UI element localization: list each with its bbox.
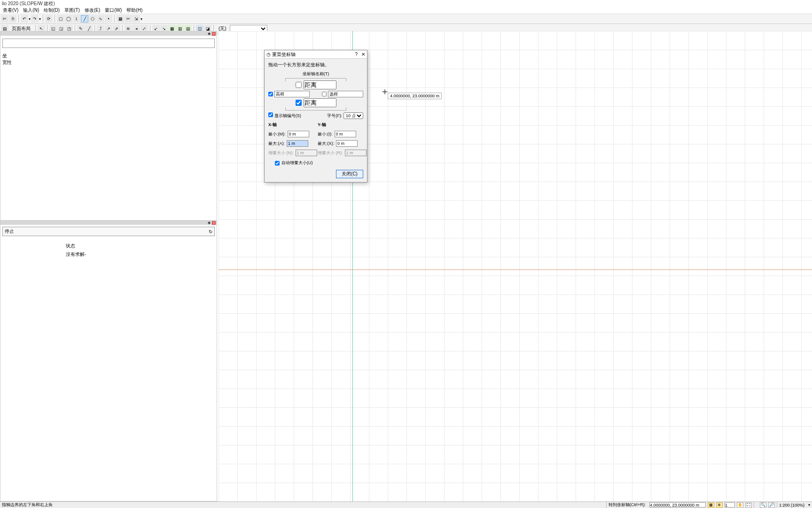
close-icon[interactable]: × (212, 32, 216, 36)
zoom-out-icon[interactable]: 🔎 (768, 502, 775, 508)
bottom-left-panel: ◈ × 停止 ↻ 状态 没有求解- (0, 220, 217, 501)
top-axis-checkbox[interactable] (296, 82, 302, 88)
close-icon[interactable]: × (212, 221, 216, 225)
y-inc-input (345, 150, 367, 156)
tool-undo-drop-icon[interactable]: ▾ (29, 17, 31, 21)
tool-circle-icon[interactable]: ◯ (65, 15, 72, 23)
tool-trim-icon[interactable]: ✂ (125, 15, 132, 23)
font-size-label: 字号(F): (327, 113, 342, 118)
menu-bar: 查看(V) 输入(N) 绘制(D) 草图(T) 修改(E) 窗口(W) 帮助(H… (0, 7, 812, 14)
x-max-label: 最大:(A): (268, 141, 285, 147)
top-panel-header: ◈ × (0, 32, 217, 36)
menu-draw[interactable]: 绘制(D) (42, 7, 62, 14)
tool-cut-icon[interactable]: ✄ (1, 15, 8, 23)
x-max-input[interactable] (287, 140, 308, 147)
auto-increment-checkbox[interactable] (275, 161, 280, 166)
status-btn1-icon[interactable]: ▦ (708, 502, 714, 508)
menu-modify[interactable]: 修改(E) (83, 7, 102, 14)
left-axis-input[interactable] (274, 91, 310, 97)
status-zoom-rect-icon[interactable]: ⛶ (745, 502, 752, 508)
status-goto-label: 转到坐标轴(Ctrl+R): (606, 502, 648, 508)
close-button[interactable]: 关闭(C) (336, 170, 363, 178)
dialog-hint: 拖动一个长方形来定坐标轴。 (268, 62, 363, 68)
tool-refresh-icon[interactable]: ⟳ (45, 15, 53, 23)
bottom-panel-header: ◈ × (0, 221, 217, 225)
x-inc-input (296, 150, 317, 156)
tool-redo-icon[interactable]: ↷ (31, 15, 39, 23)
font-size-select[interactable]: 10 点 (344, 112, 363, 119)
close-icon[interactable]: ✕ (361, 52, 365, 57)
left-axis-checkbox[interactable] (268, 92, 273, 96)
list-input[interactable] (2, 39, 215, 48)
tool-copy-icon[interactable]: ⎘ (9, 15, 16, 23)
status-coord-input[interactable] (649, 502, 706, 508)
y-min-label: 最小:(I): (318, 131, 333, 137)
zoom-label[interactable]: 1:200 (100%) (777, 502, 806, 508)
x-min-input[interactable] (288, 131, 309, 137)
window-title: lio 2020 (SLOPE/W 建模) (0, 0, 812, 7)
x-axis-header: X-轴 (268, 122, 277, 128)
panel-text-2: 宽性 (2, 59, 215, 66)
right-axis-input[interactable] (328, 91, 363, 97)
axis-name-label: 坐标轴名称(T) (303, 71, 329, 77)
panel-text-1: 坐 (2, 53, 215, 59)
status-snap-input[interactable] (725, 502, 735, 508)
tool-line-icon[interactable]: ╱ (81, 15, 88, 23)
refresh-icon[interactable]: ↻ (209, 229, 212, 234)
dialog-title: ◷ 重置坐标轴 (266, 51, 296, 58)
menu-sketch[interactable]: 草图(T) (62, 7, 82, 14)
x-inc-label: 增量大小 (N): (268, 150, 294, 156)
y-axis-header: Y-轴 (318, 122, 326, 128)
tool-redo-drop-icon[interactable]: ▾ (39, 17, 41, 21)
zoom-in-icon[interactable]: 🔍 (760, 502, 766, 508)
coord-tooltip: 4.0000000, 23.0000000 m (388, 93, 442, 99)
tool-point-icon[interactable]: • (105, 15, 112, 23)
tool-poly-icon[interactable]: ⬡ (89, 15, 96, 23)
help-icon[interactable]: ? (355, 52, 358, 57)
left-pane: ◈ × 坐 宽性 ◈ × 停止 ↻ 状态 没有求解- (0, 31, 217, 501)
right-axis-checkbox[interactable] (322, 92, 327, 96)
drawing-canvas[interactable]: ＋ 4.0000000, 23.0000000 m ◷ 重置坐标轴 ? ✕ 拖动… (219, 31, 812, 501)
tool-curve-icon[interactable]: ∿ (97, 15, 104, 23)
status-message: 指轴边界的左下角和右上角 (0, 502, 606, 508)
tool-extend-icon[interactable]: ⇲ (133, 15, 140, 23)
pin-icon[interactable]: ◈ (207, 221, 211, 225)
status-label: 状态 (66, 242, 215, 250)
zoom-drop-icon[interactable]: ▾ (808, 503, 810, 507)
tool-mesh-icon[interactable]: ▦ (117, 15, 124, 23)
status-value: 没有求解- (66, 250, 215, 259)
y-min-input[interactable] (335, 131, 356, 137)
dialog-icon: ◷ (266, 52, 271, 57)
tool-undo-icon[interactable]: ↶ (21, 15, 28, 23)
y-max-input[interactable] (336, 140, 358, 147)
toolbar-1: ✄ ⎘ ↶ ▾ ↷ ▾ ⟳ ▢ ◯ ⤹ ╱ ⬡ ∿ • ▦ ✂ ⇲ ▾ (0, 14, 812, 24)
tool-region-icon[interactable]: ▢ (57, 15, 64, 23)
y-inc-label: 增量大小 (R): (318, 150, 343, 156)
auto-increment-label: 自动增量大小(U) (281, 160, 313, 166)
y-max-label: 最大:(X): (318, 141, 334, 147)
menu-view[interactable]: 查看(V) (1, 7, 20, 14)
status-bar: 指轴边界的左下角和右上角 转到坐标轴(Ctrl+R): ▦ ⊕ ✋ ⛶ 🔍 🔎 … (0, 501, 812, 508)
status-btn2-icon[interactable]: ⊕ (716, 502, 723, 508)
menu-window[interactable]: 窗口(W) (103, 7, 124, 14)
axis-horizontal (219, 270, 812, 270)
menu-help[interactable]: 帮助(H) (125, 7, 144, 14)
reset-axes-dialog: ◷ 重置坐标轴 ? ✕ 拖动一个长方形来定坐标轴。 坐标轴名称(T) (264, 50, 367, 183)
tool-extend-drop-icon[interactable]: ▾ (141, 17, 142, 21)
show-axis-number-label: 显示轴编号(S) (274, 113, 301, 118)
show-axis-number-checkbox[interactable] (268, 112, 273, 117)
pin-icon[interactable]: ◈ (207, 32, 211, 36)
top-left-panel: ◈ × 坐 宽性 (0, 31, 217, 222)
tool-arc-icon[interactable]: ⤹ (73, 15, 80, 23)
bottom-axis-input[interactable] (304, 98, 336, 107)
bottom-axis-checkbox[interactable] (296, 100, 302, 106)
filter-row: 停止 ↻ (2, 227, 215, 236)
status-pan-icon[interactable]: ✋ (737, 502, 743, 508)
menu-input[interactable]: 输入(N) (21, 7, 41, 14)
x-min-label: 最小:(M): (268, 131, 286, 137)
top-axis-input[interactable] (304, 80, 336, 89)
filter-stop-label[interactable]: 停止 (5, 228, 14, 235)
